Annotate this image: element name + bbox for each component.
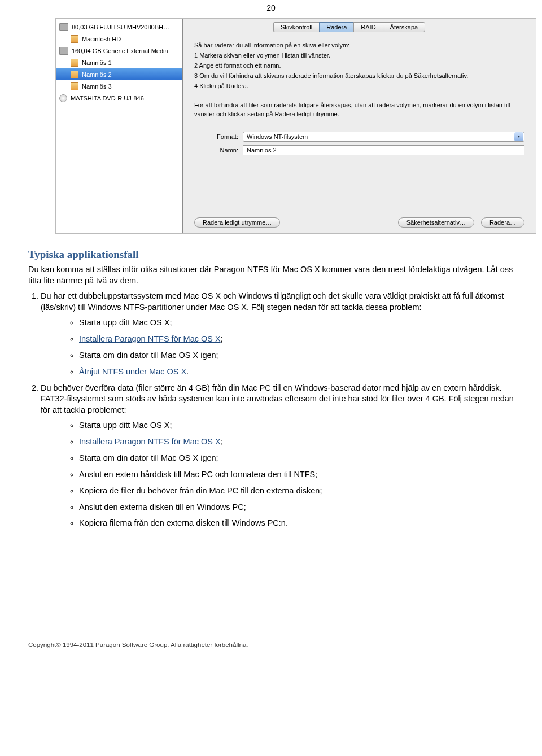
- bullet-suffix: ;: [221, 437, 223, 446]
- name-input[interactable]: [243, 145, 524, 155]
- instructions-intro: Så här raderar du all information på en …: [194, 41, 524, 50]
- instructions-note: För att förhindra att filer som raderats…: [194, 101, 524, 119]
- drive-icon: [59, 23, 68, 31]
- sidebar-item-volume[interactable]: Namnlös 3: [56, 80, 182, 92]
- tab-raid[interactable]: RAID: [353, 22, 382, 32]
- name-label: Namn:: [194, 147, 243, 154]
- dvd-icon: [59, 94, 67, 102]
- sidebar-item-drive[interactable]: 160,04 GB Generic External Media: [56, 45, 182, 56]
- bullet: Kopiera de filer du behöver från din Mac…: [79, 486, 514, 496]
- sidebar-item-volume[interactable]: Macintosh HD: [56, 33, 182, 45]
- volume-icon: [71, 35, 78, 43]
- bullet: Anslut en extern hårddisk till Mac PC oc…: [79, 469, 514, 480]
- bullet-text: Kopiera de filer du behöver från din Mac…: [79, 486, 322, 495]
- copyright-footer: Copyright© 1994-2011 Paragon Software Gr…: [28, 641, 514, 648]
- sidebar-item-dvd[interactable]: MATSHITA DVD-R UJ-846: [56, 92, 182, 104]
- bullet: Installera Paragon NTFS för Mac OS X;: [79, 334, 514, 344]
- item2-text: Du behöver överföra data (filer större ä…: [41, 383, 514, 414]
- erase-button[interactable]: Radera…: [481, 217, 524, 228]
- sidebar: 80,03 GB FUJITSU MHV2080BH… Macintosh HD…: [56, 19, 183, 233]
- disk-utility-screenshot: 80,03 GB FUJITSU MHV2080BH… Macintosh HD…: [55, 18, 536, 234]
- sidebar-label: MATSHITA DVD-R UJ-846: [71, 95, 144, 102]
- erase-free-space-button[interactable]: Radera ledigt utrymme…: [194, 217, 280, 228]
- install-link[interactable]: Installera Paragon NTFS för Mac OS X: [79, 334, 221, 343]
- sidebar-label: Namnlös 3: [82, 83, 112, 90]
- page-number: 20: [28, 0, 514, 18]
- bullet-text: Starta om din dator till Mac OS X igen;: [79, 453, 218, 462]
- tab-skivkontroll[interactable]: Skivkontroll: [273, 22, 319, 32]
- list-item-1: Du har ett dubbeluppstartssystem med Mac…: [41, 291, 514, 377]
- bullet: Starta om din dator till Mac OS X igen;: [79, 453, 514, 464]
- chevron-updown-icon: ▾: [514, 132, 523, 141]
- bullet: Starta upp ditt Mac OS X;: [79, 317, 514, 328]
- sidebar-label: 80,03 GB FUJITSU MHV2080BH…: [72, 24, 169, 30]
- bullet: Åtnjut NTFS under Mac OS X.: [79, 366, 514, 377]
- item1-text: Du har ett dubbeluppstartssystem med Mac…: [41, 291, 504, 312]
- enjoy-ntfs-link[interactable]: Åtnjut NTFS under Mac OS X: [79, 367, 186, 376]
- erase-form: Format: Windows NT-filsystem ▾ Namn:: [183, 125, 536, 155]
- format-label: Format:: [194, 133, 243, 140]
- sidebar-label: Namnlös 1: [82, 59, 112, 66]
- button-row: Radera ledigt utrymme… Säkerhetsalternat…: [183, 217, 536, 228]
- bullet: Installera Paragon NTFS för Mac OS X;: [79, 436, 514, 447]
- bullet-text: Anslut en extern hårddisk till Mac PC oc…: [79, 470, 317, 479]
- bullet-text: Starta upp ditt Mac OS X;: [79, 421, 172, 430]
- format-select[interactable]: Windows NT-filsystem ▾: [243, 132, 524, 142]
- instruction-step: 4 Klicka på Radera.: [194, 82, 524, 91]
- sidebar-label: 160,04 GB Generic External Media: [72, 47, 168, 54]
- bullet-list: Starta upp ditt Mac OS X; Installera Par…: [41, 420, 514, 528]
- section-heading: Typiska applikationsfall: [28, 248, 514, 261]
- install-link[interactable]: Installera Paragon NTFS för Mac OS X: [79, 437, 221, 446]
- bullet-list: Starta upp ditt Mac OS X; Installera Par…: [41, 317, 514, 377]
- bullet-text: Anslut den externa disken till en Window…: [79, 502, 246, 512]
- volume-icon: [71, 59, 78, 67]
- bullet: Starta upp ditt Mac OS X;: [79, 420, 514, 431]
- instructions-block: Så här raderar du all information på en …: [183, 32, 536, 125]
- sidebar-item-volume-selected[interactable]: Namnlös 2: [56, 68, 182, 80]
- instruction-step: 2 Ange ett format och ett namn.: [194, 62, 524, 71]
- sidebar-item-drive[interactable]: 80,03 GB FUJITSU MHV2080BH…: [56, 21, 182, 33]
- instruction-step: 1 Markera skivan eller volymen i listan …: [194, 51, 524, 60]
- main-panel: Skivkontroll Radera RAID Återskapa Så hä…: [183, 19, 536, 233]
- tab-aterskapa[interactable]: Återskapa: [383, 22, 426, 32]
- volume-icon: [71, 82, 78, 90]
- security-options-button[interactable]: Säkerhetsalternativ…: [398, 217, 474, 228]
- format-value: Windows NT-filsystem: [247, 133, 308, 140]
- bullet-suffix: ;: [221, 334, 223, 343]
- bullet: Kopiera filerna från den externa disken …: [79, 518, 514, 528]
- tab-bar: Skivkontroll Radera RAID Återskapa: [273, 22, 536, 32]
- list-item-2: Du behöver överföra data (filer större ä…: [41, 383, 514, 529]
- bullet-suffix: .: [186, 367, 189, 376]
- bullet-text: Kopiera filerna från den externa disken …: [79, 518, 288, 527]
- bullet: Anslut den externa disken till en Window…: [79, 502, 514, 513]
- intro-paragraph: Du kan komma att ställas inför olika sit…: [28, 264, 514, 286]
- sidebar-label: Namnlös 2: [82, 71, 112, 78]
- bullet-text: Starta upp ditt Mac OS X;: [79, 318, 172, 327]
- tab-radera[interactable]: Radera: [319, 22, 353, 32]
- bullet: Starta om din dator till Mac OS X igen;: [79, 350, 514, 361]
- drive-icon: [59, 47, 68, 55]
- sidebar-label: Macintosh HD: [82, 36, 121, 42]
- sidebar-item-volume[interactable]: Namnlös 1: [56, 56, 182, 68]
- volume-icon: [71, 71, 78, 78]
- bullet-text: Starta om din dator till Mac OS X igen;: [79, 351, 218, 360]
- numbered-list: Du har ett dubbeluppstartssystem med Mac…: [28, 291, 514, 528]
- instruction-step: 3 Om du vill förhindra att skivans rader…: [194, 72, 524, 81]
